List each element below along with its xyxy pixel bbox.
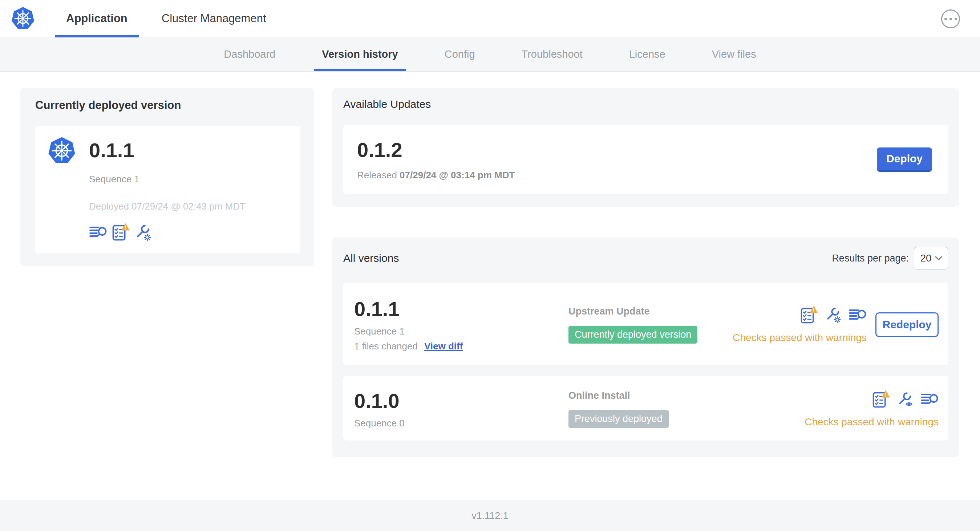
kubernetes-app-icon [48,137,76,241]
row-sequence-label: Sequence 0 [354,418,568,429]
right-column: Available Updates 0.1.2 Released 07/29/2… [332,88,959,457]
row-version-number: 0.1.1 [354,297,568,321]
subnav-item-license[interactable]: License [629,37,665,71]
tab-cluster-management[interactable]: Cluster Management [150,0,277,37]
ellipsis-icon [944,18,957,20]
row-version-number: 0.1.0 [354,389,568,413]
preflight-checks-icon[interactable] [800,306,818,324]
row-sequence-label: Sequence 1 [354,326,568,337]
available-updates-title: Available Updates [343,98,948,110]
all-versions-title: All versions [343,252,399,264]
previously-deployed-badge: Previously deployed [568,410,669,428]
row-source-label: Upstream Update [568,306,733,317]
tab-application[interactable]: Application [55,0,139,37]
config-edit-icon[interactable] [134,224,151,241]
preflight-checks-icon[interactable] [112,223,129,241]
results-per-page-label: Results per page: [832,253,909,264]
available-updates-section: Available Updates 0.1.2 Released 07/29/2… [332,88,959,207]
view-diff-link[interactable]: View diff [424,341,463,352]
top-header: Application Cluster Management [0,0,980,37]
config-view-icon[interactable] [897,391,913,407]
deployed-timestamp: Deployed 07/29/24 @ 02:43 pm MDT [89,201,245,212]
update-version-number: 0.1.2 [357,138,515,162]
deploy-logs-icon[interactable] [848,308,867,322]
console-version-label: v1.112.1 [471,510,509,521]
version-row-0.1.0: 0.1.0 Sequence 0 Online Install Previous… [343,376,948,440]
config-edit-icon[interactable] [825,307,841,323]
preflight-checks-icon[interactable] [872,390,889,408]
subnav-item-config[interactable]: Config [445,37,475,71]
deployed-sequence-label: Sequence 1 [89,173,245,185]
deployed-version-number: 0.1.1 [89,137,245,164]
redeploy-button[interactable]: Redeploy [875,312,939,337]
files-changed-label: 1 files changed [354,341,418,352]
subnav-item-view-files[interactable]: View files [712,37,756,71]
results-per-page-select[interactable]: 20 [914,247,948,270]
available-update-row: 0.1.2 Released 07/29/24 @ 03:14 pm MDT D… [343,125,948,194]
checks-status-text[interactable]: Checks passed with warnings [733,332,867,343]
currently-deployed-badge: Currently deployed version [568,326,697,343]
kubernetes-logo [11,0,35,37]
all-versions-section: All versions Results per page: 20 0.1.1 … [332,237,959,457]
currently-deployed-card: 0.1.1 Sequence 1 Deployed 07/29/24 @ 02:… [35,126,301,253]
deploy-logs-icon[interactable] [89,225,107,239]
update-released-timestamp: Released 07/29/24 @ 03:14 pm MDT [357,170,515,181]
deploy-button[interactable]: Deploy [877,148,932,172]
main-content: Currently deployed version 0.1.1 [0,72,980,501]
subnav-item-dashboard[interactable]: Dashboard [224,37,275,71]
chevron-down-icon [935,256,942,261]
currently-deployed-title: Currently deployed version [35,99,301,112]
currently-deployed-section: Currently deployed version 0.1.1 [20,88,314,266]
subnav-item-troubleshoot[interactable]: Troubleshoot [522,37,582,71]
app-footer: v1.112.1 [0,501,980,531]
app-subnav: Dashboard Version history Config Trouble… [0,37,980,72]
version-row-0.1.1: 0.1.1 Sequence 1 1 files changed View di… [343,283,948,365]
subnav-item-version-history[interactable]: Version history [322,37,398,71]
row-source-label: Online Install [568,390,805,401]
checks-status-text[interactable]: Checks passed with warnings [805,416,939,428]
more-menu-button[interactable] [941,10,960,28]
deploy-logs-icon[interactable] [920,392,939,406]
